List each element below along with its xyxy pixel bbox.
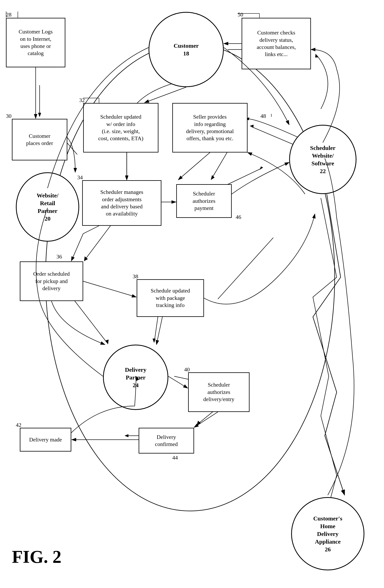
svg-line-37 — [156, 317, 162, 345]
box-scheduler-auth-payment: Schedulerauthorizespayment — [176, 184, 232, 218]
svg-line-10 — [154, 313, 158, 341]
svg-marker-9 — [106, 340, 108, 344]
svg-line-40 — [178, 152, 210, 180]
svg-marker-17 — [125, 434, 128, 437]
ref-46: 46 — [236, 214, 241, 220]
ref-48: 48 — [260, 113, 266, 119]
ref-40: 40 — [184, 366, 190, 373]
fig-label: FIG. 2 — [12, 546, 61, 567]
ref-36: 36 — [56, 253, 62, 260]
ref-30: 30 — [6, 113, 11, 119]
svg-marker-21 — [260, 167, 263, 169]
box-order-scheduled: Order scheduledfor pickup anddelivery — [20, 261, 83, 301]
svg-marker-29 — [315, 54, 318, 57]
ref-44: 44 — [172, 455, 178, 461]
box-customer-checks: Customer checksdelivery status,account b… — [242, 18, 311, 69]
box-delivery-made: Delivery made — [20, 428, 71, 452]
ref-28: 28 — [6, 11, 11, 18]
box-scheduler-manages: Scheduler managesorder adjustmentsand de… — [82, 180, 161, 226]
circle-delivery: DeliveryPartner24 — [103, 345, 168, 410]
box-scheduler-auth-delivery: Schedulerauthorizesdelivery/entry — [188, 372, 250, 412]
svg-line-38 — [83, 281, 136, 297]
circle-scheduler: SchedulerWebsite/Software22 — [289, 125, 357, 194]
circle-home-appliance: Customer'sHomeDeliveryAppliance26 — [291, 497, 364, 570]
svg-marker-7 — [84, 256, 88, 261]
ref-38: 38 — [133, 273, 138, 280]
box-seller-provides: Seller providesinfo regardingdelivery, p… — [172, 103, 248, 152]
ref-34: 34 — [77, 174, 83, 181]
box-customer-places: Customerplaces order — [12, 119, 67, 160]
box-schedule-updated: Schedule updatedwith packagetracking inf… — [137, 279, 204, 317]
diagram: 28 Customer Logson to Internet,uses phon… — [0, 0, 384, 588]
ref-50: 50 — [238, 11, 243, 18]
circle-customer: Customer18 — [149, 12, 224, 87]
svg-line-8 — [73, 299, 107, 343]
svg-marker-5 — [125, 176, 128, 180]
ref-42: 42 — [16, 422, 21, 428]
svg-line-24 — [218, 238, 273, 299]
svg-marker-11 — [153, 339, 155, 343]
ref-32: 32 — [79, 97, 85, 103]
box-delivery-confirmed: Deliveryconfirmed — [139, 428, 194, 454]
svg-marker-15 — [197, 421, 201, 425]
box-customer-logs: Customer Logson to Internet,uses phone o… — [6, 18, 65, 67]
box-scheduler-updated: Scheduler updatedw/ order info(i.e. size… — [83, 103, 158, 152]
svg-marker-2 — [38, 113, 41, 117]
svg-line-42 — [194, 412, 218, 427]
svg-marker-23 — [211, 175, 214, 180]
circle-website: Website/RetailPartner20 — [16, 172, 79, 242]
svg-line-6 — [85, 220, 115, 259]
svg-line-35 — [145, 87, 186, 103]
svg-marker-31 — [250, 125, 254, 127]
svg-line-41 — [168, 376, 188, 388]
